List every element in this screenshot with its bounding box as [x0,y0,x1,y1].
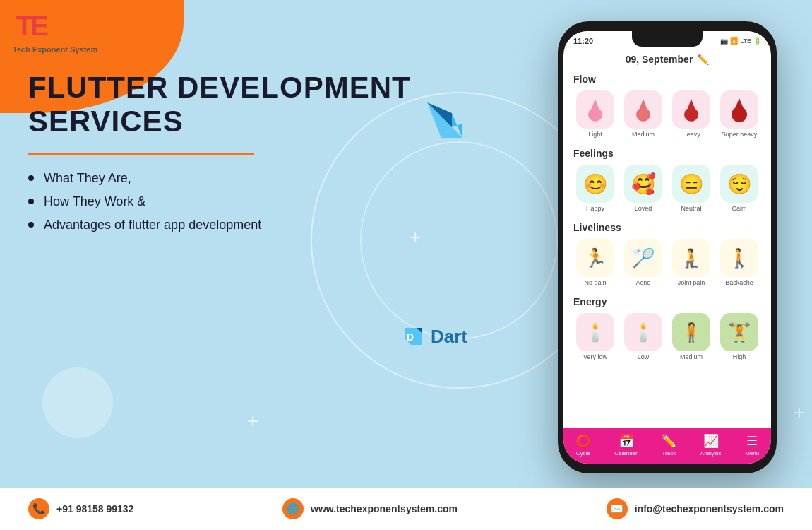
svg-text:S: S [47,11,66,41]
plus-decoration-3: + [247,410,258,432]
status-time: 11:20 [573,37,593,45]
phone-mockup: 11:20 📷 📶 LTE 🔋 09, September ✏️ Flow [558,21,777,473]
nav-cycle[interactable]: ⭕ Cycle [575,433,591,457]
footer-email: ✉️ info@techexponentsystem.com [607,498,784,519]
svg-text:D: D [407,331,414,343]
energy-verylow-label: Very low [583,353,607,360]
footer-divider-2 [532,495,532,523]
feeling-happy-label: Happy [586,205,604,212]
energy-medium-box: 🧍 [672,313,710,351]
date-text: 09, September [626,54,693,65]
feeling-calm: 😌 Calm [717,165,761,212]
live-back: 🚶 Backache [717,239,761,286]
feelings-section-label: Feelings [573,148,761,159]
flow-grid: Light Medium Heavy [573,90,761,138]
globe-icon: 🌐 [282,498,304,519]
signal-icon: 📶 [730,37,738,45]
calendar-icon: 📅 [619,433,634,449]
svg-marker-21 [687,99,695,110]
energy-verylow-box: 🕯️ [576,313,614,351]
phone-frame: 11:20 📷 📶 LTE 🔋 09, September ✏️ Flow [558,21,777,473]
flow-heavy-label: Heavy [682,131,700,138]
flow-section-label: Flow [573,73,761,85]
phone-icon: 📞 [28,498,49,519]
feelings-grid: 😊 Happy 🥰 Loved 😑 Neutral 😌 Calm [573,165,761,212]
energy-low-label: Low [638,353,650,360]
svg-marker-23 [734,98,744,110]
live-acne-box: 🏸 [624,239,662,277]
flow-superheavy-box [720,90,758,129]
flow-medium-box [624,90,662,129]
feeling-neutral-box: 😑 [672,165,710,203]
svg-marker-19 [639,99,647,110]
footer: 📞 +91 98158 99132 🌐 www.techexponentsyst… [0,488,812,530]
logo-text: Tech Exponent System [13,45,97,54]
menu-label: Menu [745,450,759,457]
live-nopain-box: 🏃 [576,239,614,277]
feeling-happy-box: 😊 [576,165,614,203]
date-row: 09, September ✏️ [573,54,761,65]
bullet-item-1: What They Are, [28,171,424,186]
plus-decoration-5: + [794,401,805,424]
nav-menu[interactable]: ☰ Menu [745,433,759,457]
feeling-calm-box: 😌 [720,165,758,203]
energy-high-label: High [733,353,746,360]
logo-svg: T E S [13,8,69,44]
nav-calendar[interactable]: 📅 Calender [614,433,637,457]
feeling-neutral-label: Neutral [681,205,701,212]
live-acne: 🏸 Acne [621,239,665,286]
flow-superheavy: Super heavy [717,90,761,138]
battery-icon: 🔋 [753,37,761,45]
email-icon: ✉️ [607,498,628,519]
liveliness-grid: 🏃 No pain 🏸 Acne 🧎 Joint pain 🚶 Backache [573,239,761,286]
footer-phone-text: +91 98158 99132 [56,503,133,514]
phone-body: 09, September ✏️ Flow Light [563,48,771,428]
energy-low: 🕯️ Low [621,313,665,360]
energy-medium-label: Medium [680,353,703,360]
headline: FLUTTER DEVELOPMENT SERVICES [28,71,424,139]
energy-medium: 🧍 Medium [669,313,713,360]
track-label: Track [662,450,676,457]
flutter-logo [417,92,473,151]
lte-icon: LTE [740,37,751,45]
flow-heavy-box [672,90,710,129]
phone-screen: 11:20 📷 📶 LTE 🔋 09, September ✏️ Flow [563,31,771,464]
nav-track[interactable]: ✏️ Track [661,433,676,457]
feeling-loved-box: 🥰 [624,165,662,203]
footer-divider-1 [208,495,208,523]
edit-icon: ✏️ [697,54,709,65]
live-acne-label: Acne [636,279,651,286]
energy-grid: 🕯️ Very low 🕯️ Low 🧍 Medium 🏋️ High [573,313,761,360]
bottom-nav: ⭕ Cycle 📅 Calender ✏️ Track 📈 Analysis ☰ [563,428,771,464]
flow-light-label: Light [588,131,602,138]
footer-website: 🌐 www.techexponentsystem.com [282,498,458,519]
bg-circle-small [42,367,113,438]
bullet-list: What They Are, How They Work & Advantage… [28,171,424,232]
feeling-happy: 😊 Happy [573,165,617,212]
energy-low-box: 🕯️ [624,313,662,351]
track-icon: ✏️ [661,433,676,449]
bullet-dot-2 [28,199,34,204]
live-back-label: Backache [725,279,753,286]
cycle-icon: ⭕ [575,433,591,449]
bullet-dot-1 [28,175,34,181]
bullet-item-3: Advantages of flutter app development [28,218,424,232]
instagram-icon: 📷 [720,37,728,45]
nav-analysis[interactable]: 📈 Analysis [700,433,722,457]
dart-text: Dart [431,326,467,348]
flow-superheavy-label: Super heavy [722,131,758,138]
menu-icon: ☰ [746,433,758,449]
svg-marker-17 [591,99,599,110]
energy-section-label: Energy [573,296,761,307]
flow-heavy: Heavy [669,90,713,138]
live-joint-box: 🧎 [672,239,710,277]
feeling-neutral: 😑 Neutral [669,165,713,212]
feeling-calm-label: Calm [732,205,746,212]
phone-notch [632,31,703,47]
feeling-loved-label: Loved [635,205,652,212]
bullet-dot-3 [28,222,34,228]
energy-high: 🏋️ High [717,313,761,360]
flow-medium: Medium [621,90,665,138]
footer-email-text: info@techexponentsystem.com [635,503,784,514]
flow-light-box [576,90,614,129]
